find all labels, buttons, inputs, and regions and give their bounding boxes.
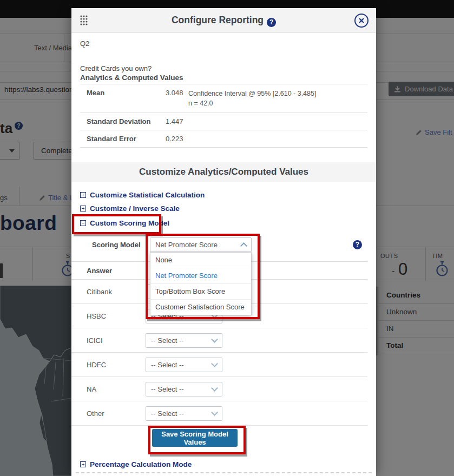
scoring-model-selected-value: Net Promoter Score (155, 241, 218, 249)
chevron-down-icon (211, 360, 218, 367)
scoring-model-select[interactable]: Net Promoter Score (150, 237, 252, 252)
modal-title-row: Configure Reporting? (71, 15, 376, 27)
answer-score-select[interactable]: -- Select -- (146, 382, 222, 396)
answer-label: Other (71, 409, 146, 418)
accordion-inverse-scale[interactable]: Customize / Inverse Scale (80, 204, 180, 213)
accordion-label: Customize / Inverse Scale (90, 204, 180, 213)
customize-section-header: Customize Analytics/Computed Values (71, 162, 376, 182)
screen: Text / Media https://labs3.questionpr Do… (0, 0, 454, 476)
table-row: HDFC -- Select -- (71, 353, 367, 377)
accordion-label: Percentage Calculation Mode (90, 460, 192, 468)
expand-icon (80, 461, 86, 467)
table-row: Other -- Select -- (71, 401, 367, 426)
table-row: Standard Error 0.223 (80, 130, 367, 148)
divider (76, 472, 372, 473)
stat-note (188, 117, 367, 125)
option-customer-satisfaction-score[interactable]: Customer Satisfaction Score (150, 299, 251, 315)
option-none[interactable]: None (150, 253, 251, 268)
expand-icon (80, 192, 86, 198)
select-placeholder: -- Select -- (151, 336, 184, 345)
option-net-promoter-score[interactable]: Net Promoter Score (150, 268, 251, 283)
analytics-table: Mean 3.048 Confidence Interval @ 95% [2.… (80, 84, 367, 148)
analytics-header: Analytics & Computed Values (80, 74, 183, 82)
question-code: Q2 (80, 39, 89, 48)
modal-title: Configure Reporting (172, 15, 264, 25)
answer-label: HSBC (71, 312, 146, 320)
collapse-icon (80, 220, 86, 226)
table-row: Standard Deviation 1.447 (80, 113, 367, 130)
option-top-bottom-box-score[interactable]: Top/Bottom Box Score (150, 283, 251, 299)
configure-reporting-modal: Configure Reporting? Q2 Credit Cards you… (71, 8, 376, 476)
stat-note: Confidence Interval @ 95% [2.610 - 3.485… (188, 89, 367, 108)
table-row: Mean 3.048 Confidence Interval @ 95% [2.… (80, 84, 367, 113)
stat-label: Standard Deviation (80, 117, 156, 125)
select-placeholder: -- Select -- (151, 385, 184, 393)
chevron-down-icon (211, 385, 218, 392)
select-placeholder: -- Select -- (151, 409, 184, 418)
answer-score-select[interactable]: -- Select -- (146, 406, 222, 421)
accordion-percentage-calculation-mode[interactable]: Percentage Calculation Mode (80, 460, 192, 468)
stat-label: Standard Error (80, 135, 156, 143)
accordion-custom-scoring-model[interactable]: Custom Scoring Model (80, 219, 169, 227)
question-text: Credit Cards you own? (80, 64, 152, 72)
chevron-down-icon (211, 336, 218, 343)
save-scoring-model-button[interactable]: Save Scoring Model Values (152, 429, 238, 447)
stat-value: 1.447 (156, 117, 188, 125)
stat-label: Mean (80, 89, 156, 108)
answer-label: Citibank (71, 288, 146, 296)
close-icon[interactable] (354, 14, 369, 28)
stat-note (188, 135, 367, 143)
chevron-down-icon (211, 409, 218, 416)
select-placeholder: -- Select -- (151, 361, 184, 369)
scoring-model-label: Scoring Model (92, 241, 141, 249)
expand-icon (80, 206, 86, 211)
scoring-model-dropdown: Net Promoter Score None Net Promoter Sco… (150, 237, 252, 252)
modal-header: Configure Reporting? (71, 8, 376, 33)
answer-label: ICICI (71, 336, 146, 345)
chevron-up-icon (240, 242, 247, 249)
answer-label: HDFC (71, 361, 146, 369)
help-icon[interactable]: ? (353, 240, 362, 249)
stat-value: 3.048 (156, 89, 188, 108)
table-row: ICICI -- Select -- (71, 328, 367, 353)
scoring-model-options-list: None Net Promoter Score Top/Bottom Box S… (150, 252, 252, 315)
accordion-label: Customize Statistical Calculation (90, 191, 205, 199)
answer-label: NA (71, 385, 146, 393)
help-icon[interactable]: ? (267, 18, 276, 27)
table-row: NA -- Select -- (71, 377, 367, 401)
stat-value: 0.223 (156, 135, 188, 143)
accordion-statistical-calculation[interactable]: Customize Statistical Calculation (80, 191, 205, 199)
answer-score-select[interactable]: -- Select -- (146, 358, 222, 372)
answer-score-select[interactable]: -- Select -- (146, 333, 222, 348)
accordion-label: Custom Scoring Model (90, 219, 169, 227)
